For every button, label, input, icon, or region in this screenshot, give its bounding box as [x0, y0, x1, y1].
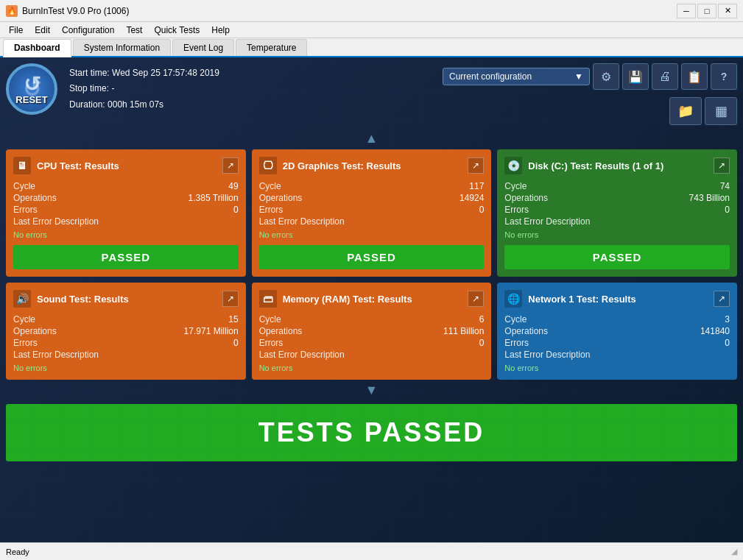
memory-test-card: 🗃 Memory (RAM) Test: Results ↗ Cycle 6 O…: [252, 283, 492, 380]
save-icon[interactable]: 💾: [622, 63, 649, 90]
tab-dashboard[interactable]: Dashboard: [3, 39, 71, 57]
tab-event-log[interactable]: Event Log: [172, 39, 234, 56]
graphics-card-header: 🖵 2D Graphics Test: Results ↗: [259, 157, 485, 174]
sound-card-title: 🔊 Sound Test: Results: [13, 290, 129, 308]
duration-row: Duration: 000h 15m 07s: [69, 97, 219, 113]
cpu-test-card: 🖥 CPU Test: Results ↗ Cycle 49 Operation…: [6, 149, 246, 277]
cards-grid-row2: 🔊 Sound Test: Results ↗ Cycle 15 Operati…: [6, 283, 737, 380]
start-time-label: Start time:: [69, 68, 110, 78]
reset-button[interactable]: RESET ↺: [6, 63, 57, 115]
memory-no-errors: No errors: [259, 364, 485, 372]
cpu-icon: 🖥: [13, 157, 31, 174]
graphics-no-errors: No errors: [259, 230, 485, 239]
sound-expand-button[interactable]: ↗: [222, 291, 239, 307]
memory-card-title: 🗃 Memory (RAM) Test: Results: [259, 290, 412, 308]
menu-quick-tests[interactable]: Quick Tests: [148, 24, 205, 37]
disk-passed-banner: PASSED: [504, 245, 730, 269]
disk-errors-row: Errors 0: [504, 204, 730, 216]
scroll-down-arrow[interactable]: ▼: [6, 383, 737, 398]
start-time-row: Start time: Wed Sep 25 17:57:48 2019: [69, 65, 219, 82]
cpu-last-error-row: Last Error Description: [13, 216, 239, 227]
menu-test[interactable]: Test: [120, 24, 148, 37]
graphics-expand-button[interactable]: ↗: [468, 157, 484, 174]
config-label: Current configuration: [449, 71, 532, 82]
config-dropdown-arrow: ▼: [574, 71, 583, 82]
graphics-cycle-row: Cycle 117: [259, 180, 485, 192]
resize-handle-icon: ◢: [731, 547, 737, 556]
menu-edit[interactable]: Edit: [29, 24, 56, 37]
top-area: RESET ↺ Start time: Wed Sep 25 17:57:48 …: [6, 63, 737, 125]
main-content: RESET ↺ Start time: Wed Sep 25 17:57:48 …: [0, 57, 743, 542]
disk-card-header: 💿 Disk (C:) Test: Results (1 of 1) ↗: [504, 157, 730, 174]
menu-bar: File Edit Configuration Test Quick Tests…: [0, 22, 743, 38]
title-bar: 🔥 BurnInTest V9.0 Pro (1006) ─ □ ✕: [0, 0, 743, 22]
tab-system-information[interactable]: System Information: [73, 39, 171, 56]
graphics-test-card: 🖵 2D Graphics Test: Results ↗ Cycle 117 …: [252, 149, 492, 277]
scroll-up-arrow[interactable]: ▲: [6, 131, 737, 146]
network-stats: Cycle 3 Operations 141840 Errors 0 Last …: [504, 313, 730, 372]
sound-errors-row: Errors 0: [13, 337, 239, 349]
sound-cycle-row: Cycle 15: [13, 313, 239, 325]
folder-icon[interactable]: 📁: [669, 97, 702, 125]
sound-last-error-row: Last Error Description: [13, 349, 239, 361]
network-test-card: 🌐 Network 1 Test: Results ↗ Cycle 3 Oper…: [497, 283, 737, 380]
network-errors-row: Errors 0: [504, 337, 730, 349]
help-icon[interactable]: ?: [711, 63, 737, 90]
disk-icon: 💿: [504, 157, 522, 174]
toolbar-icons: ⚙ 💾 🖨 📋 ?: [593, 63, 737, 90]
gear-icon[interactable]: ⚙: [593, 63, 619, 90]
disk-stats: Cycle 74 Operations 743 Billion Errors 0…: [504, 180, 730, 239]
disk-ops-row: Operations 743 Billion: [504, 192, 730, 204]
cpu-expand-button[interactable]: ↗: [222, 157, 239, 174]
stop-time-label: Stop time:: [69, 83, 109, 93]
status-text: Ready: [6, 547, 29, 556]
reset-arrow-icon: ↺: [24, 72, 41, 96]
disk-cycle-row: Cycle 74: [504, 180, 730, 192]
maximize-button[interactable]: □: [697, 4, 716, 18]
memory-ops-row: Operations 111 Billion: [259, 325, 485, 337]
network-expand-button[interactable]: ↗: [714, 291, 730, 307]
cpu-passed-banner: PASSED: [13, 245, 239, 269]
tab-temperature[interactable]: Temperature: [236, 39, 307, 56]
menu-help[interactable]: Help: [205, 24, 236, 37]
print-icon[interactable]: 🖨: [652, 63, 678, 90]
app-icon: 🔥: [6, 5, 18, 17]
sound-test-card: 🔊 Sound Test: Results ↗ Cycle 15 Operati…: [6, 283, 246, 380]
info-panel: Start time: Wed Sep 25 17:57:48 2019 Sto…: [69, 65, 219, 113]
stop-time-value: -: [111, 83, 114, 93]
disk-no-errors: No errors: [504, 230, 730, 239]
tests-passed-banner: TESTS PASSED: [6, 404, 737, 461]
cpu-card-title: 🖥 CPU Test: Results: [13, 157, 119, 174]
clipboard-icon[interactable]: 📋: [681, 63, 708, 90]
disk-expand-button[interactable]: ↗: [714, 157, 730, 174]
menu-configuration[interactable]: Configuration: [56, 24, 120, 37]
cpu-cycle-row: Cycle 49: [13, 180, 239, 192]
network-cycle-row: Cycle 3: [504, 313, 730, 325]
sound-icon: 🔊: [13, 290, 31, 308]
network-no-errors: No errors: [504, 364, 730, 372]
duration-value: 000h 15m 07s: [108, 99, 163, 110]
network-icon: 🌐: [504, 290, 522, 308]
reset-label: RESET: [15, 94, 47, 105]
memory-stats: Cycle 6 Operations 111 Billion Errors 0 …: [259, 313, 485, 372]
graphics-passed-banner: PASSED: [259, 245, 485, 269]
close-button[interactable]: ✕: [718, 4, 737, 18]
title-bar-controls: ─ □ ✕: [677, 4, 737, 18]
status-bar: Ready ◢: [0, 542, 743, 560]
minimize-button[interactable]: ─: [677, 4, 696, 18]
app-title: BurnInTest V9.0 Pro (1006): [22, 6, 129, 16]
memory-expand-button[interactable]: ↗: [468, 291, 484, 307]
cards-grid-row1: 🖥 CPU Test: Results ↗ Cycle 49 Operation…: [6, 149, 737, 277]
menu-file[interactable]: File: [3, 24, 29, 37]
cpu-no-errors: No errors: [13, 230, 239, 239]
graphics-ops-row: Operations 14924: [259, 192, 485, 204]
top-right: Current configuration ▼ ⚙ 💾 🖨 📋 ? 📁 ▦: [443, 63, 737, 125]
graphics-errors-row: Errors 0: [259, 204, 485, 216]
network-card-title: 🌐 Network 1 Test: Results: [504, 290, 635, 308]
grid-icon[interactable]: ▦: [705, 97, 737, 125]
cpu-errors-row: Errors 0: [13, 204, 239, 216]
stop-time-row: Stop time: -: [69, 81, 219, 97]
network-last-error-row: Last Error Description: [504, 349, 730, 361]
disk-last-error-row: Last Error Description: [504, 216, 730, 227]
config-dropdown[interactable]: Current configuration ▼: [443, 68, 590, 85]
